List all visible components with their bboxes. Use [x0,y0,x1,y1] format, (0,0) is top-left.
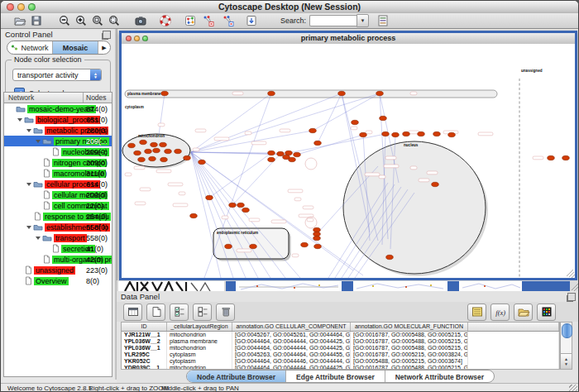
network-node[interactable] [250,244,257,248]
network-node[interactable] [237,203,245,207]
network-node[interactable] [199,160,206,164]
zoom-selected-button[interactable] [107,14,122,28]
network-node[interactable] [242,208,250,212]
column-header[interactable]: annotation.GO CELLULAR_COMPONENT [232,323,351,331]
annotation-palette-button[interactable] [201,14,216,28]
network-tree-row[interactable]: biological_process651(0) [4,114,112,125]
network-node[interactable] [268,151,275,155]
network-node[interactable] [309,128,317,132]
tab-node-attribute-browser[interactable]: Node Attribute Browser [187,370,286,382]
scrollbar-arrows[interactable]: ▲▼ [561,353,572,369]
network-node[interactable] [433,131,441,136]
snapshot-button[interactable] [133,14,148,28]
vizmapper-button[interactable] [376,14,390,28]
network-tree-row[interactable]: cellular process614(0) [4,179,112,189]
network-tree-row[interactable]: response to stimulu264(0) [4,211,112,222]
network-node[interactable] [313,227,321,232]
table-row[interactable]: YKR052Ccytoplasm[GO:0044464, GO:0044446,… [122,358,559,365]
column-header[interactable]: _cellularLayoutRegion [167,323,232,331]
select-attributes-button[interactable] [170,304,189,321]
network-edge[interactable] [289,134,385,153]
network-node[interactable] [206,195,213,199]
network-node[interactable] [376,91,384,95]
network-node[interactable] [432,182,439,186]
open-button[interactable] [12,14,27,28]
network-node[interactable] [225,244,232,248]
expander-icon[interactable] [26,129,31,132]
network-node[interactable] [268,91,275,95]
table-row[interactable]: YJR121W__1mitochondrion[GO:0045267, GO:0… [122,332,559,338]
network-node[interactable] [149,156,156,160]
network-tree-row[interactable]: Overview8(0) [4,275,112,286]
network-tree-row[interactable]: cell communicat22(0) [4,200,112,211]
column-header[interactable] [468,323,559,331]
network-window-titlebar[interactable]: primary metabolic process [122,33,575,45]
network-tree-row[interactable]: multi-organism pro42(0) [4,254,112,265]
network-node[interactable] [175,149,182,153]
network-edge[interactable] [191,131,313,152]
network-node[interactable] [386,255,394,259]
network-node[interactable] [134,151,141,155]
zoom-fit-button[interactable] [90,14,105,28]
network-node[interactable] [314,244,322,248]
network-tree-row[interactable]: establishment of lo558(0) [4,222,112,232]
network-node[interactable] [301,242,309,246]
network-node[interactable] [153,148,160,152]
network-node[interactable] [268,157,275,161]
tab-network-attribute-browser[interactable]: Network Attribute Browser [385,370,494,382]
canvas-resize-grip[interactable] [567,270,575,278]
search-input[interactable] [309,15,356,26]
network-tree-row[interactable]: transport558(0) [4,232,112,243]
save-button[interactable] [29,14,44,28]
tab-overflow-arrow-icon[interactable]: ▶ [98,41,110,54]
network-node[interactable] [294,152,301,156]
expander-icon[interactable] [36,237,41,240]
network-node[interactable] [229,203,237,207]
network-edge[interactable] [159,93,165,135]
network-node[interactable] [313,236,321,240]
network-tree-row[interactable]: nitrogen compo209(0) [4,157,112,168]
network-node[interactable] [313,232,321,236]
network-tree-row[interactable]: metabolic process280(0) [4,125,112,136]
tab-edge-attribute-browser[interactable]: Edge Attribute Browser [286,370,385,382]
attribute-list-button[interactable] [467,304,486,321]
network-node[interactable] [160,142,167,146]
expander-icon[interactable] [36,140,41,143]
expander-icon[interactable] [26,183,31,186]
network-node[interactable] [562,155,570,160]
tab-mosaic[interactable]: Mosaic [53,41,98,54]
network-node[interactable] [352,120,359,124]
zoom-in-button[interactable] [74,14,89,28]
network-node[interactable] [161,91,169,95]
network-node[interactable] [138,157,146,161]
network-tree-row[interactable]: nucleobase-c209(0) [4,146,112,157]
network-node[interactable] [285,151,293,155]
column-header[interactable]: annotation.GO MOLECULAR_FUNCTION [351,323,468,331]
matrix-button[interactable] [537,304,556,321]
search-dropdown-arrow-icon[interactable]: ▼ [356,14,369,27]
expander-icon[interactable] [26,226,31,229]
network-canvas[interactable]: plasma membranecytoplasmmitochondrionnuc… [122,44,575,278]
network-node[interactable] [160,157,168,161]
network-node[interactable] [145,149,152,153]
network-node[interactable] [403,131,410,136]
tab-network[interactable]: Network [7,41,53,54]
import-attribute-button[interactable] [514,304,533,321]
table-row[interactable]: YLR295Ccytoplasm[GO:0045263, GO:0044464,… [122,351,559,358]
float-panel-icon[interactable] [103,31,111,39]
network-node[interactable] [448,132,456,136]
network-edge[interactable] [318,93,342,143]
network-node[interactable] [338,91,346,95]
network-node[interactable] [128,143,136,147]
network-edge[interactable] [209,153,271,198]
network-tree-row[interactable]: primary metabo209(... [4,136,112,146]
float-data-panel-icon[interactable] [567,293,576,301]
expander-icon[interactable] [17,118,22,122]
network-node[interactable] [165,149,172,153]
network-node[interactable] [382,131,390,136]
help-button[interactable] [158,14,173,28]
attribute-panel-button[interactable] [123,304,142,321]
window-resize-grip[interactable] [569,385,577,392]
node-color-dropdown[interactable]: transporter activity ▲▼ [12,69,102,81]
network-tree-row[interactable]: secretion41(0) [4,243,112,254]
